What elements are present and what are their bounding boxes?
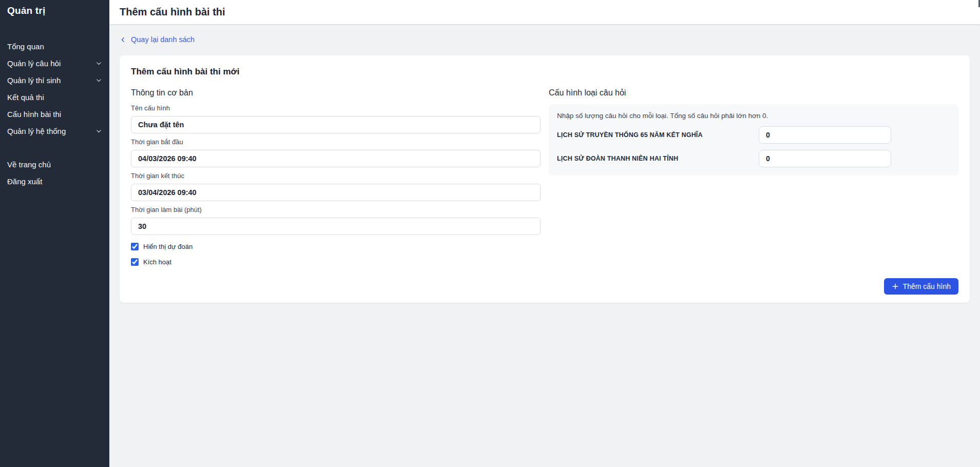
question-type-row: LỊCH SỬ TRUYỀN THỐNG 65 NĂM KẾT NGHĨA [557, 126, 950, 144]
page-title: Thêm cấu hình bài thi [120, 6, 225, 18]
sidebar-item-question-management[interactable]: Quản lý câu hỏi [7, 55, 102, 72]
sidebar-item-label: Cấu hình bài thi [7, 110, 61, 119]
basic-info-heading: Thông tin cơ bản [131, 88, 541, 98]
sidebar-item-label: Kết quả thi [7, 93, 44, 102]
config-card: Thêm cấu hình bài thi mới Thông tin cơ b… [120, 55, 970, 303]
chevron-down-icon [95, 60, 102, 67]
card-title: Thêm cấu hình bài thi mới [131, 67, 958, 77]
add-config-button-label: Thêm cấu hình [903, 282, 951, 290]
chevron-left-icon [120, 36, 126, 43]
add-config-button[interactable]: Thêm cấu hình [884, 278, 958, 295]
end-time-field: Thời gian kết thúc [131, 172, 541, 201]
card-columns: Thông tin cơ bản Tên cấu hình Thời gian … [131, 88, 958, 266]
sidebar-item-label: Về trang chủ [7, 160, 51, 169]
question-config-note: Nhập số lượng câu hỏi cho mỗi loại. Tổng… [557, 112, 950, 120]
start-time-input[interactable] [131, 150, 541, 167]
content-area: Quay lại danh sách Thêm cấu hình bài thi… [109, 24, 980, 467]
sidebar-item-label: Quản lý thí sinh [7, 76, 61, 85]
back-link[interactable]: Quay lại danh sách [120, 35, 195, 44]
question-count-input-tradition[interactable] [759, 126, 891, 144]
checkbox-label: Kích hoạt [143, 258, 171, 266]
basic-info-section: Thông tin cơ bản Tên cấu hình Thời gian … [131, 88, 541, 266]
sidebar-item-logout[interactable]: Đăng xuất [7, 173, 102, 190]
question-count-input-youth-union[interactable] [759, 150, 891, 167]
question-type-label: LỊCH SỬ TRUYỀN THỐNG 65 NĂM KẾT NGHĨA [557, 131, 759, 139]
page-header: Thêm cấu hình bài thi [109, 0, 980, 24]
field-label: Thời gian bắt đầu [131, 138, 541, 146]
start-time-field: Thời gian bắt đầu [131, 138, 541, 167]
sidebar-nav: Tổng quan Quản lý câu hỏi Quản lý thí si… [7, 38, 102, 190]
field-label: Tên cấu hình [131, 104, 541, 112]
sidebar-item-exam-config[interactable]: Cấu hình bài thi [7, 106, 102, 123]
question-type-row: LỊCH SỬ ĐOÀN THANH NIÊN HAI TỈNH [557, 150, 950, 167]
field-label: Thời gian kết thúc [131, 172, 541, 180]
field-label: Thời gian làm bài (phút) [131, 206, 541, 213]
show-prediction-checkbox-row[interactable]: Hiển thị dự đoán [131, 243, 541, 250]
sidebar-item-candidate-management[interactable]: Quản lý thí sinh [7, 72, 102, 89]
question-config-section: Cấu hình loại câu hỏi Nhập số lượng câu … [549, 88, 958, 266]
checkbox-label: Hiển thị dự đoán [143, 243, 193, 250]
sidebar-footer: Về trang chủ Đăng xuất [7, 156, 102, 190]
sidebar: Quản trị Tổng quan Quản lý câu hỏi Quản … [0, 0, 109, 467]
question-config-heading: Cấu hình loại câu hỏi [549, 88, 958, 98]
plus-icon [892, 283, 899, 290]
sidebar-item-label: Tổng quan [7, 42, 44, 51]
question-type-label: LỊCH SỬ ĐOÀN THANH NIÊN HAI TỈNH [557, 155, 759, 162]
sidebar-item-exam-results[interactable]: Kết quả thi [7, 89, 102, 106]
sidebar-item-system-management[interactable]: Quản lý hệ thống [7, 123, 102, 140]
sidebar-item-label: Quản lý câu hỏi [7, 59, 61, 68]
main-area: Thêm cấu hình bài thi Quay lại danh sách… [109, 0, 980, 467]
config-name-field: Tên cấu hình [131, 104, 541, 133]
end-time-input[interactable] [131, 184, 541, 201]
show-prediction-checkbox[interactable] [131, 243, 139, 250]
activate-checkbox[interactable] [131, 258, 139, 266]
brand-title: Quản trị [7, 4, 102, 16]
question-config-panel: Nhập số lượng câu hỏi cho mỗi loại. Tổng… [549, 104, 958, 176]
chevron-down-icon [95, 77, 102, 84]
chevron-down-icon [95, 128, 102, 134]
sidebar-item-label: Đăng xuất [7, 177, 42, 186]
duration-input[interactable] [131, 218, 541, 235]
duration-field: Thời gian làm bài (phút) [131, 206, 541, 235]
activate-checkbox-row[interactable]: Kích hoạt [131, 258, 541, 266]
card-footer: Thêm cấu hình [131, 278, 958, 295]
sidebar-item-label: Quản lý hệ thống [7, 127, 66, 135]
config-name-input[interactable] [131, 116, 541, 133]
sidebar-item-overview[interactable]: Tổng quan [7, 38, 102, 55]
sidebar-item-home[interactable]: Về trang chủ [7, 156, 102, 173]
back-link-label: Quay lại danh sách [131, 35, 195, 44]
